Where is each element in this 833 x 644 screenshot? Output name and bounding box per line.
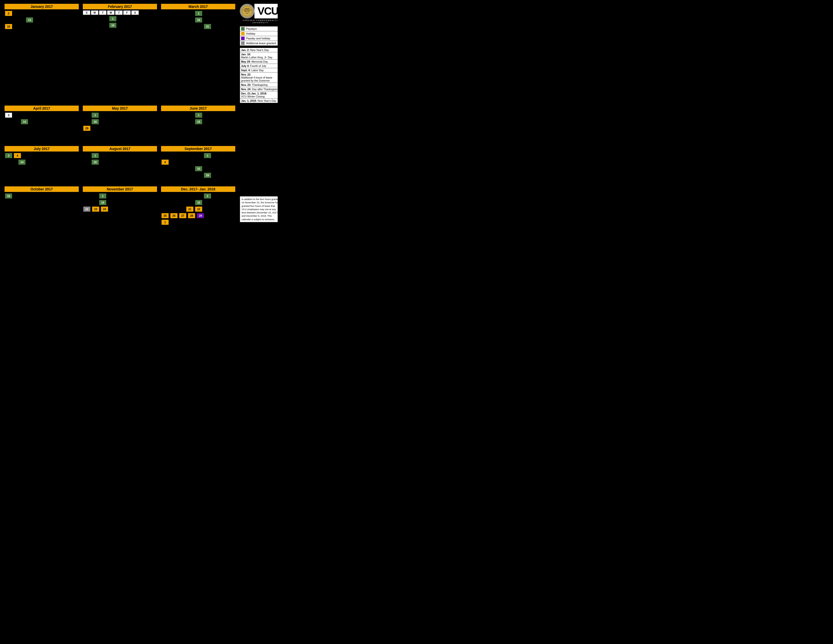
september-header: September 2017 [161,146,235,151]
holiday-jan1-2018: Jan. 1, 2018: New Year's Day [240,99,278,103]
day-badge: 15 [195,200,202,205]
day-badge: 1 [92,113,99,118]
day-badge: 27 [179,213,186,218]
day-badge: 1 [195,113,202,118]
legend-table: Paydays Holiday Payday and holiday Addit… [240,26,278,46]
holiday-val: VCU Winter Closing [241,95,265,98]
holiday-may29: May 29: Memorial Day [240,60,278,64]
holiday-sep4: Sept. 4: Labor Day [240,68,278,72]
holiday-nov22: Nov. 22: Additional 4 hours of leave gra… [240,72,278,83]
payday-holiday-swatch [241,37,244,40]
june-header: June 2017 [161,106,235,111]
day-badge: 26 [170,213,177,218]
dow-m: M [91,10,98,15]
day-badge: 1 [92,153,99,158]
holiday-key: Nov. 24: [241,88,251,91]
month-june: June 2017 1 16 [159,104,237,145]
day-badge: 4 [14,153,21,158]
holiday-key: Jan. 16: [241,53,251,56]
january-days: 2 13 16 [5,10,79,29]
holiday-key: July 4: [241,64,249,68]
vcu-wordmark: VCU [254,4,278,18]
month-may: May 2017 1 16 29 [81,104,159,145]
sidebar-row3 [237,145,278,185]
day-badge: 25 [162,213,169,218]
day-badge: 16 [195,119,202,124]
month-november: November 2017 1 16 22 23 24 [81,185,159,227]
november-days: 1 16 22 23 24 [83,193,157,212]
day-badge: 14 [18,159,26,165]
may-header: May 2017 [83,106,157,111]
holiday-jan16: Jan. 16: Martin Luther King, Jr. Day [240,52,278,60]
holiday-val: Day after Thanksgiving [252,88,278,91]
month-july: July 2017 3 4 14 [3,145,81,185]
day-badge: 1 [204,193,211,198]
day-badge: 13 [26,18,33,23]
october-header: October 2017 [5,187,79,192]
june-days: 1 16 [161,112,235,125]
holiday-val: Martin Luther King, Jr. Day [241,56,272,59]
payday-holiday-label: Payday and holiday [246,37,270,40]
vcu-logo-area: VIRGINIA COMMONWEALTH UNIVERSITY 1838 VC… [240,4,278,24]
day-badge: 3 [5,153,12,158]
dow-s2: S [131,10,139,15]
month-september: September 2017 1 4 15 29 [159,145,237,185]
month-april: April 2017 3 14 [3,104,81,145]
dow-row: S M T W T F S [83,10,157,15]
day-badge: 16 [92,119,99,124]
holiday-key: May 29: [241,60,251,63]
day-badge: 16 [109,23,116,28]
holiday-key: Jan. 2: [241,48,249,52]
february-days: 1 16 [83,16,157,28]
holiday-val: Additional 4 hours of leave granted by t… [241,76,278,82]
day-badge: 16 [195,18,202,23]
paydays-label: Paydays [246,27,257,30]
november-header: November 2017 [83,187,157,192]
march-header: March 2017 [161,4,235,9]
holiday-key: Jan. 1, 2018: [241,99,257,102]
august-header: August 2017 [83,146,157,151]
holiday-jul4: July 4: Fourth of July [240,64,278,68]
dec-jan-days: 1 15 21 22 25 26 27 28 29 [161,193,235,225]
holiday-val: Fourth of July [250,64,266,68]
day-badge: 14 [21,119,28,124]
holiday-val: New Year's Day [257,99,276,102]
holiday-key: Nov. 22: [241,73,251,76]
august-days: 1 16 [83,153,157,165]
april-days: 3 14 [5,112,79,125]
additional-leave-label: Additional leave granted [246,42,276,45]
day-badge: 16 [5,24,12,29]
dow-s: S [83,10,90,15]
day-badge: 22 [195,206,202,212]
legend-paydays: Paydays [240,27,278,31]
holiday-key: Nov. 23: [241,83,251,86]
day-badge: 1 [195,11,202,16]
holiday-key: Dec. 21-Jan. 1, 2018: [241,92,267,95]
dow-w: W [107,10,114,15]
day-badge: 22 [83,206,90,212]
additional-leave-swatch [241,42,244,45]
holiday-val: Labor Day [251,69,264,72]
day-badge: 16 [5,193,12,198]
day-badge: 16 [92,159,99,165]
day-badge: 31 [204,24,211,29]
university-name: VIRGINIA COMMONWEALTH UNIVERSITY [240,19,278,24]
sidebar-top: VIRGINIA COMMONWEALTH UNIVERSITY 1838 VC… [237,3,278,104]
day-badge: 29 [197,213,204,218]
holiday-val: Thanksgiving [252,83,268,86]
day-badge: 21 [186,206,193,212]
sidebar-bottom: In addition to the four hours granted on… [237,185,278,227]
day-badge: 29 [83,126,90,131]
holiday-jan2: Jan. 2: New Year's Day [240,48,278,52]
may-days: 1 16 29 [83,112,157,131]
holiday-val: Memorial Day [252,60,268,63]
dow-f: F [123,10,131,15]
day-badge: 1 [162,220,169,225]
july-header: July 2017 [5,146,79,151]
month-october: October 2017 16 [3,185,81,227]
vcu-seal: VIRGINIA COMMONWEALTH UNIVERSITY 1838 [240,4,254,18]
holiday-nov23: Nov. 23: Thanksgiving [240,83,278,87]
day-badge: 28 [188,213,195,218]
february-header: February 2017 [83,4,157,9]
day-badge: 24 [101,206,108,212]
